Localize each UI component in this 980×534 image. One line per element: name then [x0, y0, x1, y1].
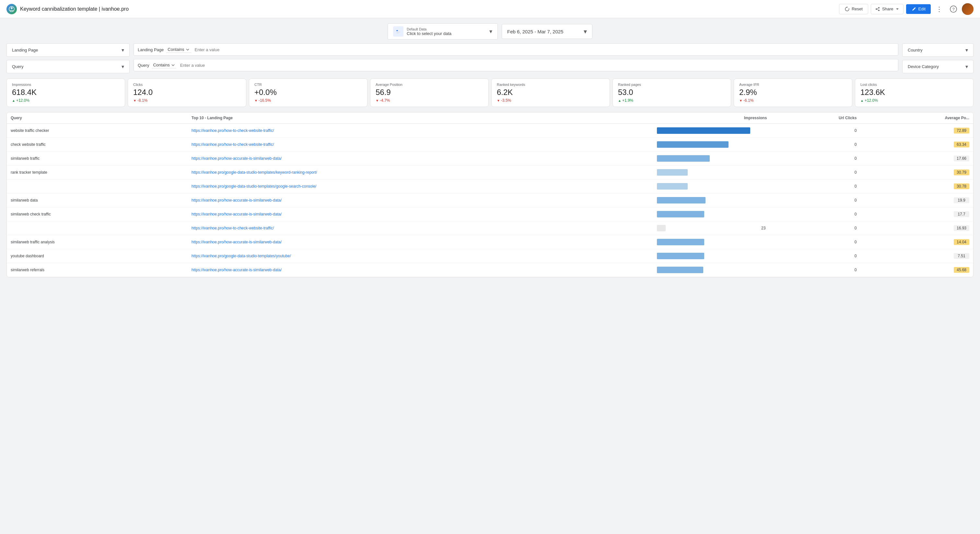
date-picker[interactable]: Feb 6, 2025 - Mar 7, 2025 ▾ [502, 24, 592, 39]
lp-condition-value: Contains [167, 47, 184, 52]
query-filter-condition: Query Contains [134, 59, 898, 71]
metric-change-value: +1.9% [622, 98, 633, 103]
q-condition-value: Contains [153, 62, 170, 67]
more-options-button[interactable]: ⋮ [933, 3, 945, 15]
cell-query: similarweb check traffic [7, 207, 188, 221]
metrics-row: Impressions 618.4K +12.0% Clicks 124.0 -… [6, 78, 974, 107]
topbar-left: Keyword cannibalization template | ivanh… [6, 4, 129, 14]
cell-landing-page[interactable]: https://ivanhoe.pro/google-data-studio-t… [188, 249, 653, 263]
landing-page-dimension-arrow: ▾ [121, 47, 124, 53]
metric-value: 123.6K [861, 88, 968, 97]
metric-change-value: -8.1% [137, 98, 148, 103]
topbar-right: Reset Share Edit ⋮ ? [839, 3, 974, 15]
cell-landing-page[interactable]: https://ivanhoe.pro/google-data-studio-t… [188, 180, 653, 194]
metric-change: -3.5% [497, 98, 605, 103]
metric-card-average-ifr: Average IFR 2.9% -6.1% [734, 78, 852, 107]
cell-query: youtube dashboard [7, 249, 188, 263]
metric-value: +0.0% [255, 88, 362, 97]
landing-page-filter-condition: Landing Page Contains [134, 43, 898, 56]
share-label: Share [882, 6, 894, 11]
q-condition-select[interactable]: Contains [152, 62, 176, 68]
cell-query [7, 221, 188, 235]
metric-change: -6.1% [739, 98, 847, 103]
table-container: Query Top 10 - Landing Page Impressions … [6, 112, 974, 277]
cell-landing-page[interactable]: https://ivanhoe.pro/how-to-check-website… [188, 124, 653, 138]
svg-line-6 [876, 9, 879, 10]
help-button[interactable]: ? [948, 3, 959, 15]
metric-change-value: -3.5% [501, 98, 511, 103]
cell-url-clicks: 0 [771, 180, 861, 194]
svg-rect-12 [396, 33, 399, 33]
data-table: Query Top 10 - Landing Page Impressions … [7, 113, 973, 277]
reset-button[interactable]: Reset [839, 4, 868, 14]
cell-impressions: 4.3K [653, 152, 771, 165]
metric-card-ctr: CTR +0.0% -16.5% [249, 78, 368, 107]
lp-filter-label: Landing Page [138, 47, 164, 52]
metric-card-clicks: Clicks 124.0 -8.1% [128, 78, 246, 107]
cell-url-clicks: 0 [771, 138, 861, 152]
cell-landing-page[interactable]: https://ivanhoe.pro/google-data-studio-t… [188, 165, 653, 180]
cell-impressions: 6.1K [653, 138, 771, 152]
lp-condition-select[interactable]: Contains [166, 46, 191, 53]
data-source-label: Default Data [407, 27, 486, 31]
cell-impressions: 3.6K [653, 263, 771, 277]
q-value-input[interactable] [180, 63, 894, 68]
cell-impressions: 1.9K [653, 165, 771, 180]
th-impressions: Impressions [653, 113, 771, 124]
cell-avg-pos: 45.68 [861, 263, 973, 277]
down-arrow-icon [375, 98, 379, 103]
cell-landing-page[interactable]: https://ivanhoe.pro/how-to-check-website… [188, 221, 653, 235]
device-category-label: Device Category [908, 64, 963, 69]
metric-card-ranked-pages: Ranked pages 53.0 +1.9% [612, 78, 731, 107]
data-source-text: Default Data Click to select your data [407, 27, 486, 36]
cell-query: website traffic checker [7, 124, 188, 138]
table-row: https://ivanhoe.pro/google-data-studio-t… [7, 180, 973, 194]
query-dimension-select[interactable]: Query ▾ [6, 60, 130, 73]
table-row: similarweb traffic analysis https://ivan… [7, 235, 973, 249]
table-row: rank tracker template https://ivanhoe.pr… [7, 165, 973, 180]
table-row: youtube dashboard https://ivanhoe.pro/go… [7, 249, 973, 263]
landing-page-dimension-select[interactable]: Landing Page ▾ [6, 43, 130, 57]
device-category-select[interactable]: Device Category ▾ [902, 60, 974, 73]
cell-query: similarweb traffic analysis [7, 235, 188, 249]
cell-landing-page[interactable]: https://ivanhoe.pro/how-to-check-website… [188, 138, 653, 152]
cell-landing-page[interactable]: https://ivanhoe.pro/how-accurate-is-simi… [188, 263, 653, 277]
metric-value: 124.0 [133, 88, 241, 97]
metric-change-value: -6.1% [743, 98, 754, 103]
cell-avg-pos: 19.9 [861, 194, 973, 207]
cell-url-clicks: 0 [771, 124, 861, 138]
cell-url-clicks: 0 [771, 207, 861, 221]
metric-label: Ranked keywords [497, 83, 605, 86]
edit-button[interactable]: Edit [906, 4, 931, 14]
cell-landing-page[interactable]: https://ivanhoe.pro/how-accurate-is-simi… [188, 152, 653, 165]
share-button[interactable]: Share [871, 4, 904, 14]
date-range-value: Feb 6, 2025 - Mar 7, 2025 [507, 29, 563, 34]
cell-url-clicks: 0 [771, 221, 861, 235]
country-arrow-icon: ▾ [966, 47, 968, 53]
cell-query: rank tracker template [7, 165, 188, 180]
metric-card-ranked-keywords: Ranked keywords 6.2K -3.5% [491, 78, 610, 107]
lp-value-input[interactable] [195, 47, 894, 52]
metric-card-lost-clicks: Lost clicks 123.6K +12.0% [855, 78, 974, 107]
country-select[interactable]: Country ▾ [902, 43, 974, 57]
date-picker-arrow-icon: ▾ [584, 27, 587, 35]
svg-point-1 [11, 7, 13, 9]
cell-landing-page[interactable]: https://ivanhoe.pro/how-accurate-is-simi… [188, 194, 653, 207]
table-row: similarweb traffic https://ivanhoe.pro/h… [7, 152, 973, 165]
metric-label: Ranked pages [618, 83, 725, 86]
table-header-row: Query Top 10 - Landing Page Impressions … [7, 113, 973, 124]
table-body: website traffic checker https://ivanhoe.… [7, 124, 973, 277]
cell-landing-page[interactable]: https://ivanhoe.pro/how-accurate-is-simi… [188, 207, 653, 221]
metric-value: 53.0 [618, 88, 725, 97]
data-source-picker[interactable]: Default Data Click to select your data ▾ [388, 23, 498, 40]
filters-container: Landing Page ▾ Query ▾ Landing Page Cont… [6, 43, 974, 73]
metric-value: 618.4K [12, 88, 119, 97]
metric-label: CTR [255, 83, 362, 86]
cell-impressions: 3.7K [653, 249, 771, 263]
avatar[interactable] [962, 3, 974, 15]
query-dimension-arrow: ▾ [121, 64, 124, 70]
query-dimension-label: Query [12, 64, 119, 69]
data-source-value: Click to select your data [407, 31, 486, 36]
metric-change: -4.7% [375, 98, 483, 103]
cell-landing-page[interactable]: https://ivanhoe.pro/how-accurate-is-simi… [188, 235, 653, 249]
